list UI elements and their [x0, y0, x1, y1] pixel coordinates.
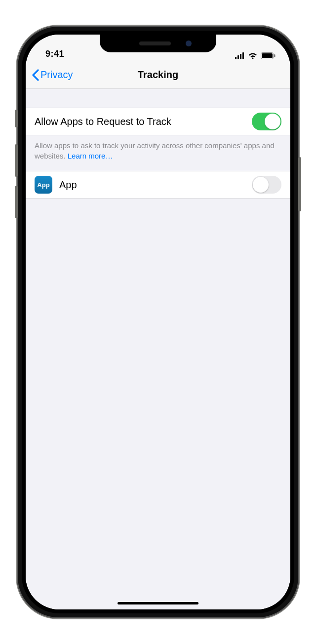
volume-up-button: [15, 144, 18, 177]
power-button: [298, 157, 301, 211]
back-label: Privacy: [40, 69, 73, 80]
learn-more-link[interactable]: Learn more…: [68, 152, 113, 160]
allow-tracking-cell: Allow Apps to Request to Track: [26, 108, 290, 135]
home-indicator[interactable]: [118, 602, 198, 604]
cellular-icon: [235, 52, 245, 59]
svg-rect-6: [274, 54, 276, 57]
allow-tracking-toggle[interactable]: [252, 113, 281, 130]
speaker-grille: [139, 41, 171, 45]
svg-rect-5: [262, 53, 273, 58]
page-title: Tracking: [138, 69, 178, 80]
status-icons: [235, 52, 276, 59]
content-area: Allow Apps to Request to Track Allow app…: [26, 89, 290, 609]
chevron-left-icon: [32, 69, 40, 81]
svg-rect-0: [235, 57, 237, 59]
battery-icon: [261, 52, 276, 59]
allow-tracking-footer: Allow apps to ask to track your activity…: [26, 135, 290, 171]
app-icon: App: [35, 176, 52, 194]
back-button[interactable]: Privacy: [32, 69, 73, 81]
phone-frame: 9:41 Privacy Tracking Allow Apps to Requ…: [17, 26, 299, 618]
status-time: 9:41: [45, 49, 64, 59]
wifi-icon: [248, 52, 258, 59]
app-tracking-toggle[interactable]: [252, 176, 281, 194]
svg-rect-1: [237, 55, 239, 59]
app-name-label: App: [59, 179, 252, 191]
silence-switch: [15, 110, 18, 127]
screen: 9:41 Privacy Tracking Allow Apps to Requ…: [26, 35, 290, 609]
notch: [100, 35, 216, 52]
nav-bar: Privacy Tracking: [26, 61, 290, 89]
front-camera: [186, 40, 192, 46]
svg-rect-3: [242, 52, 244, 59]
svg-rect-2: [240, 54, 241, 59]
app-tracking-row: App App: [26, 171, 290, 199]
allow-tracking-label: Allow Apps to Request to Track: [35, 116, 252, 127]
volume-down-button: [15, 186, 18, 218]
